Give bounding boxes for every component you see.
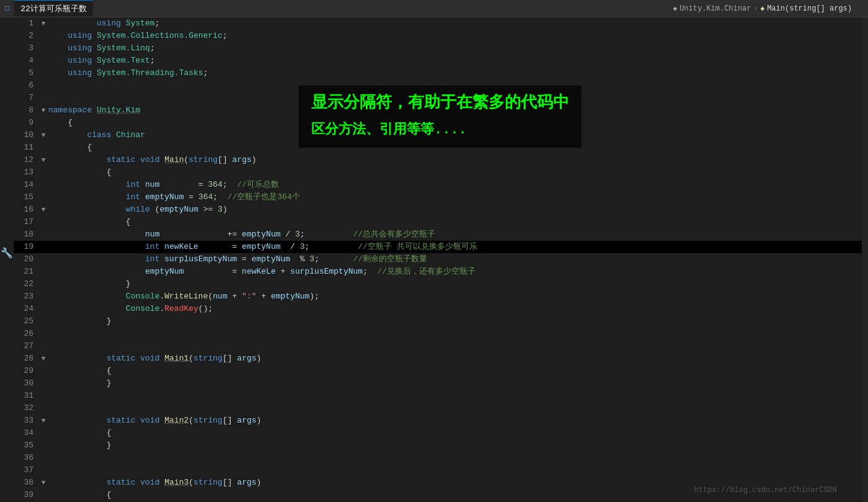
code-line: 8 ▼ namespace Unity.Kim: [14, 104, 862, 117]
code-line: 11 {: [14, 141, 862, 154]
scrollbar[interactable]: [862, 17, 868, 502]
code-line: 25 }: [14, 315, 862, 328]
breadcrumb-method: Main(string[] args): [767, 4, 852, 13]
file-icon: □: [5, 4, 9, 13]
code-line: 4 using System.Text;: [14, 55, 862, 67]
breadcrumb-icon: ◆: [673, 4, 678, 12]
code-line: 13 {: [14, 166, 862, 179]
code-line: 28 ▼ static void Main1(string[] args): [14, 352, 862, 365]
code-line: 33 ▼ static void Main2(string[] args): [14, 415, 862, 427]
code-line: 18 num += emptyNum / 3; //总共会有多少空瓶子: [14, 228, 862, 241]
code-line: 34 {: [14, 427, 862, 439]
breadcrumb-sep: ›: [753, 4, 758, 13]
code-line: 24 Console.ReadKey();: [14, 303, 862, 315]
code-line: 12 ▼ static void Main(string[] args): [14, 154, 862, 166]
code-line: 3 using System.Linq;: [14, 42, 862, 55]
tab-title[interactable]: 22计算可乐瓶子数: [14, 0, 93, 17]
code-line: 36: [14, 452, 862, 464]
code-line: 22 }: [14, 278, 862, 290]
top-bar: □ 22计算可乐瓶子数 ◆ Unity.Kim.Chinar › ◆ Main(…: [0, 0, 868, 17]
code-area[interactable]: 显示分隔符，有助于在繁多的代码中 区分方法、引用等等.... 1 ▼ using…: [14, 17, 862, 502]
code-line: 6: [14, 79, 862, 92]
code-line: 27: [14, 340, 862, 352]
code-line: 37: [14, 464, 862, 477]
code-line: 17 {: [14, 216, 862, 228]
code-line: 31: [14, 390, 862, 402]
code-line: 32: [14, 402, 862, 415]
breadcrumb: ◆ Unity.Kim.Chinar › ◆ Main(string[] arg…: [673, 4, 852, 13]
breadcrumb-namespace: Unity.Kim.Chinar: [680, 4, 751, 13]
code-line: 35 }: [14, 439, 862, 452]
code-lines: 1 ▼ using System; 2 using System.Collect…: [14, 17, 862, 502]
watermark: https://blog.csdn.net/ChinarCSDN: [694, 486, 837, 495]
code-line: 1 ▼ using System;: [14, 17, 862, 30]
code-line: 2 using System.Collections.Generic;: [14, 30, 862, 42]
wrench-icon: 🔧: [1, 247, 13, 259]
code-line: 9 {: [14, 117, 862, 129]
code-line: 14 int num = 364; //可乐总数: [14, 179, 862, 191]
left-margin: 🔧: [0, 17, 14, 502]
code-line: 26: [14, 328, 862, 340]
code-line: 5 using System.Threading.Tasks;: [14, 67, 862, 79]
code-line: 7: [14, 92, 862, 104]
code-line: 30 }: [14, 377, 862, 390]
code-line: 10 ▼ class Chinar: [14, 129, 862, 141]
code-line: 15 int emptyNum = 364; //空瓶子也是364个: [14, 191, 862, 204]
code-line: 23 Console.WriteLine(num + ":" + emptyNu…: [14, 290, 862, 303]
code-line: 29 {: [14, 365, 862, 377]
code-line-highlighted: 19 int newKeLe = emptyNum / 3; //空瓶子 共可以…: [14, 241, 862, 253]
code-line: 21 emptyNum = newKeLe + surplusEmptyNum;…: [14, 266, 862, 278]
editor: 🔧 显示分隔符，有助于在繁多的代码中 区分方法、引用等等.... 1 ▼ usi…: [0, 17, 868, 502]
code-line: 20 int surplusEmptyNum = emptyNum % 3; /…: [14, 253, 862, 266]
breadcrumb-icon2: ◆: [761, 4, 765, 12]
code-line: 16 ▼ while (emptyNum >= 3): [14, 204, 862, 216]
